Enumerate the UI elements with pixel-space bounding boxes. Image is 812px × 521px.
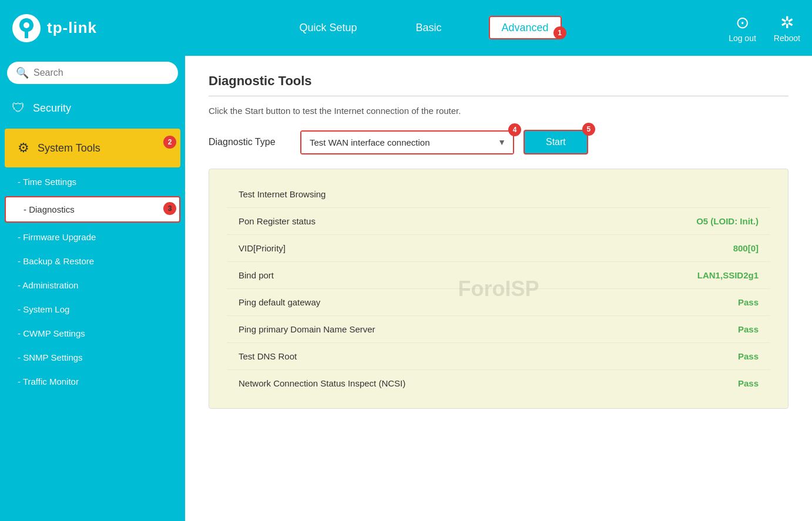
result-label: Pon Register status xyxy=(239,216,316,226)
table-row: Test DNS RootPass xyxy=(227,343,770,370)
result-label: Test Internet Browsing xyxy=(239,189,326,199)
sidebar-item-security[interactable]: 🛡 Security xyxy=(0,90,185,126)
badge-5: 5 xyxy=(582,123,595,136)
sidebar-sub-diagnostics[interactable]: - Diagnostics 3 xyxy=(5,196,180,223)
results-scroll[interactable]: Test Internet BrowsingPon Register statu… xyxy=(227,181,770,396)
svg-point-1 xyxy=(24,22,29,28)
result-label: Ping default gateway xyxy=(239,297,320,307)
sidebar-item-label-security: Security xyxy=(33,102,71,115)
badge-1: 1 xyxy=(553,26,566,39)
result-label: Bind port xyxy=(239,270,274,280)
result-label: Network Connection Status Inspect (NCSI) xyxy=(239,378,405,388)
diagnostic-row: Diagnostic Type Test WAN interface conne… xyxy=(209,130,788,154)
table-row: Bind portLAN1,SSID2g1 xyxy=(227,262,770,289)
header: tp-link Quick Setup Basic Advanced 1 ⊙ L… xyxy=(0,0,812,56)
result-value: Pass xyxy=(738,324,759,334)
search-icon: 🔍 xyxy=(16,66,29,79)
badge-2: 2 xyxy=(163,136,176,149)
logout-icon: ⊙ xyxy=(736,13,749,32)
table-row: Ping default gatewayPass xyxy=(227,289,770,316)
shield-icon: 🛡 xyxy=(12,100,25,116)
main-layout: 🔍 🛡 Security ⚙ System Tools 2 - Time Set… xyxy=(0,56,812,521)
badge-3: 3 xyxy=(163,202,176,215)
content-area: Diagnostic Tools Click the Start button … xyxy=(185,56,812,521)
sidebar-item-label-system-tools: System Tools xyxy=(38,142,100,154)
sidebar-sub-backup-restore[interactable]: - Backup & Restore xyxy=(0,249,185,273)
gear-icon: ⚙ xyxy=(18,140,29,156)
result-value: O5 (LOID: Init.) xyxy=(696,216,759,226)
main-nav: Quick Setup Basic Advanced 1 xyxy=(120,17,729,39)
sidebar-sub-administration[interactable]: - Administration xyxy=(0,273,185,297)
header-actions: ⊙ Log out ✲ Reboot xyxy=(729,13,800,43)
result-value: Pass xyxy=(738,351,759,361)
reboot-button[interactable]: ✲ Reboot xyxy=(774,13,800,43)
start-button-wrapper: Start 5 xyxy=(524,130,588,154)
tplink-logo-icon xyxy=(12,14,41,43)
result-label: Ping primary Domain Name Server xyxy=(239,324,375,334)
sidebar-sub-time-settings[interactable]: - Time Settings xyxy=(0,170,185,194)
sidebar-sub-cwmp-settings[interactable]: - CWMP Settings xyxy=(0,321,185,345)
result-value: 800[0] xyxy=(733,243,759,253)
logout-label: Log out xyxy=(729,33,756,43)
sidebar: 🔍 🛡 Security ⚙ System Tools 2 - Time Set… xyxy=(0,56,185,521)
badge-4: 4 xyxy=(508,123,521,136)
page-title: Diagnostic Tools xyxy=(209,73,788,96)
results-area: ForoISP Test Internet BrowsingPon Regist… xyxy=(209,169,788,409)
start-button[interactable]: Start xyxy=(524,130,588,154)
reboot-label: Reboot xyxy=(774,33,800,43)
search-input[interactable] xyxy=(33,68,169,78)
reboot-icon: ✲ xyxy=(780,13,794,32)
sidebar-sub-snmp-settings[interactable]: - SNMP Settings xyxy=(0,345,185,369)
sidebar-sub-traffic-monitor[interactable]: - Traffic Monitor xyxy=(0,369,185,394)
logout-button[interactable]: ⊙ Log out xyxy=(729,13,756,43)
diagnostic-select-wrapper: Test WAN interface connection ▼ 4 xyxy=(300,130,514,154)
diagnostic-select-container: Test WAN interface connection ▼ xyxy=(300,130,514,154)
sidebar-sub-system-log[interactable]: - System Log xyxy=(0,297,185,321)
sidebar-sub-firmware-upgrade[interactable]: - Firmware Upgrade xyxy=(0,225,185,249)
table-row: Test Internet Browsing xyxy=(227,181,770,208)
diagnostic-label: Diagnostic Type xyxy=(209,137,291,147)
result-value: LAN1,SSID2g1 xyxy=(697,270,759,280)
table-row: VID[Priority]800[0] xyxy=(227,235,770,262)
logo-area: tp-link xyxy=(12,14,97,43)
logo-text: tp-link xyxy=(47,19,97,37)
sidebar-item-system-tools[interactable]: ⚙ System Tools 2 xyxy=(5,129,180,167)
diagnostic-type-select[interactable]: Test WAN interface connection xyxy=(301,132,513,153)
table-row: Ping primary Domain Name ServerPass xyxy=(227,316,770,343)
page-description: Click the Start button to test the Inter… xyxy=(209,106,788,116)
search-box[interactable]: 🔍 xyxy=(7,62,178,84)
tab-advanced[interactable]: Advanced xyxy=(489,16,562,39)
result-value: Pass xyxy=(738,297,759,307)
result-label: Test DNS Root xyxy=(239,351,297,361)
tab-basic[interactable]: Basic xyxy=(404,17,454,39)
table-row: Pon Register statusO5 (LOID: Init.) xyxy=(227,208,770,235)
table-row: Network Connection Status Inspect (NCSI)… xyxy=(227,370,770,396)
result-value: Pass xyxy=(738,378,759,388)
tab-quick-setup[interactable]: Quick Setup xyxy=(287,17,368,39)
result-label: VID[Priority] xyxy=(239,243,286,253)
